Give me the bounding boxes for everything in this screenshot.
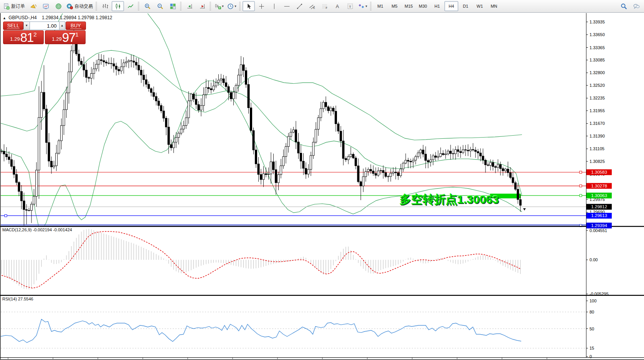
price-tick-label: 1.31955 xyxy=(590,108,605,113)
pivot-annotation-text: 多空转折点1.30063 xyxy=(400,192,499,207)
rsi-tick-label: 50 xyxy=(590,327,594,331)
bollinger-upper-band xyxy=(0,0,522,140)
price-arrow-icon xyxy=(523,208,526,211)
symbol-label: GBPUSD-,H4 xyxy=(8,15,36,20)
macd-tick-label: 0.004551 xyxy=(590,228,607,233)
svg-text:1.30278: 1.30278 xyxy=(591,184,607,188)
svg-text:1.29394: 1.29394 xyxy=(591,223,607,228)
pivot-line-price-chip: 1.30063 xyxy=(586,192,612,198)
macd-signal-line xyxy=(2,232,520,288)
one-click-trading-panel: SELL ▼ ▲ BUY 1.29812 1.29971 xyxy=(3,22,86,44)
macd-panel[interactable] xyxy=(2,229,520,289)
price-axis-line xyxy=(586,13,586,358)
volume-increase-button[interactable]: ▲ xyxy=(59,22,65,30)
panel-divider[interactable] xyxy=(0,295,644,296)
rsi-tick-label: 0 xyxy=(590,354,592,359)
rsi-panel[interactable] xyxy=(0,319,521,343)
time-axis-line xyxy=(0,357,644,358)
sell-price-button[interactable]: 1.29812 xyxy=(3,30,44,44)
volume-decrease-button[interactable]: ▼ xyxy=(23,22,30,30)
buy-price-button[interactable]: 1.29971 xyxy=(45,30,86,44)
price-tick-label: 1.31670 xyxy=(590,121,605,126)
price-tick-label: 1.33650 xyxy=(590,32,605,37)
svg-text:1.29812: 1.29812 xyxy=(591,204,607,209)
rsi-tick-label: 15 xyxy=(590,346,594,350)
support-line-2-price-chip: 1.29394 xyxy=(586,223,612,229)
price-tick-label: 1.32520 xyxy=(590,83,605,88)
resistance-line-1-price-chip: 1.30583 xyxy=(586,169,612,175)
bid-price-line-price-chip: 1.29812 xyxy=(586,204,612,210)
chart-canvas[interactable]: 1.339351.336501.333651.330851.328001.325… xyxy=(0,0,644,360)
support-line-1-handle[interactable] xyxy=(5,214,7,217)
expand-icon[interactable]: ▲ xyxy=(3,16,6,20)
svg-text:1.30583: 1.30583 xyxy=(591,170,607,174)
price-tick-label: 1.32235 xyxy=(590,96,605,100)
buy-button[interactable]: BUY xyxy=(66,22,86,30)
rsi-indicator-label: RSI(14) 27.5546 xyxy=(2,297,33,301)
support-line-1-price-chip: 1.29613 xyxy=(586,213,612,219)
macd-tick-label: 0.00 xyxy=(590,257,598,262)
volume-input[interactable] xyxy=(30,22,59,30)
window-left-border xyxy=(0,13,1,360)
rsi-tick-label: 80 xyxy=(590,310,594,314)
panel-divider[interactable] xyxy=(0,226,644,227)
macd-indicator-label: MACD(12,26,9) -0.002194 -0.001424 xyxy=(2,227,72,232)
chart-title: ▲ GBPUSD-,H4 1.29834 1.29894 1.29798 1.2… xyxy=(3,15,112,20)
rsi-tick-label: 100 xyxy=(590,299,596,303)
price-tick-label: 1.33365 xyxy=(590,45,605,50)
sell-button[interactable]: SELL xyxy=(3,22,23,30)
price-tick-label: 1.33085 xyxy=(590,58,605,62)
resistance-line-1-handle[interactable] xyxy=(580,171,582,173)
rsi-line xyxy=(0,319,521,343)
price-tick-label: 1.31105 xyxy=(590,146,604,151)
price-tick-label: 1.33935 xyxy=(590,20,605,24)
resistance-line-2-handle[interactable] xyxy=(580,185,582,187)
price-tick-label: 1.32800 xyxy=(590,70,605,75)
price-tick-label: 1.30825 xyxy=(590,159,605,164)
svg-text:1.30063: 1.30063 xyxy=(591,193,607,198)
ohlc-values: 1.29834 1.29894 1.29798 1.29812 xyxy=(42,15,112,20)
pivot-line-handle[interactable] xyxy=(580,194,582,197)
svg-text:1.29613: 1.29613 xyxy=(591,213,607,218)
resistance-line-2-price-chip: 1.30278 xyxy=(586,183,612,189)
price-tick-label: 1.31390 xyxy=(590,134,605,138)
